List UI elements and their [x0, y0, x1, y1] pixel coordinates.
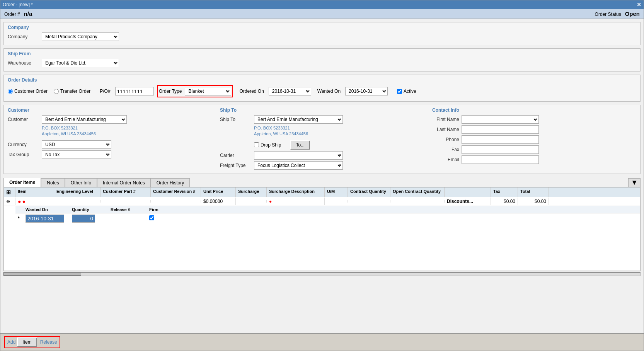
tab-content-area: ⊞ Item Engineering Level Customer Part #…	[3, 187, 641, 271]
first-name-row: First Name	[432, 115, 636, 124]
col-um-header: U/M	[325, 187, 348, 197]
email-label: Email	[432, 157, 459, 162]
sub-row-firm	[147, 214, 170, 223]
customer-section: Customer Customer Bert And Ernie Manufac…	[3, 105, 216, 174]
phone-label: Phone	[432, 137, 459, 142]
sub-col-quantity: Quantity	[70, 206, 108, 213]
po-input[interactable]	[115, 87, 154, 95]
fax-input[interactable]	[462, 145, 539, 154]
sub-quantity-input[interactable]	[72, 215, 95, 223]
wanted-on-select[interactable]: 2016-10-31	[345, 87, 388, 95]
col-open-contract-qty-header: Open Contract Quantity	[390, 187, 445, 197]
ordered-on-select[interactable]: 2016-10-31	[269, 87, 311, 95]
sub-wanted-on-input[interactable]	[26, 215, 64, 223]
transfer-order-radio[interactable]	[54, 89, 59, 94]
row-cust-part-cell	[101, 200, 151, 203]
ship-to-field-row: Ship To Bert And Ernie Manufacturing	[220, 115, 424, 124]
sub-row-release	[108, 217, 147, 220]
order-type-select[interactable]: Blanket	[185, 87, 231, 95]
customer-select[interactable]: Bert And Ernie Manufacturing	[42, 115, 127, 124]
tax-group-select[interactable]: No Tax	[42, 150, 111, 159]
warning-icon: ●	[269, 199, 272, 204]
carrier-select[interactable]	[254, 151, 343, 160]
ship-to-section-title: Ship To	[220, 107, 424, 113]
active-checkbox[interactable]	[397, 89, 402, 94]
drop-ship-row: Drop Ship To...	[220, 140, 424, 150]
warehouse-label: Warehouse	[8, 60, 39, 66]
row-total-cell: $0.00	[518, 198, 549, 205]
currency-select[interactable]: USD	[42, 140, 111, 149]
tax-group-field-row: Tax Group No Tax	[8, 150, 212, 159]
email-row: Email	[432, 155, 636, 164]
drop-ship-checkbox[interactable]	[254, 142, 259, 147]
order-type-select-wrapper: Blanket	[185, 87, 231, 95]
phone-input[interactable]	[462, 135, 539, 144]
col-item-header: Item	[15, 187, 54, 197]
tab-order-history[interactable]: Order History	[151, 178, 190, 187]
transfer-order-radio-label[interactable]: Transfer Order	[54, 89, 90, 94]
col-surcharge-desc-header: Surcharge Description	[267, 187, 325, 197]
col-icon: ⊞	[4, 187, 15, 197]
sub-firm-checkbox[interactable]	[149, 215, 154, 220]
ship-to-select[interactable]: Bert And Ernie Manufacturing	[254, 115, 343, 124]
release-link[interactable]: Release	[40, 339, 57, 345]
col-eng-level-header: Engineering Level	[54, 187, 101, 197]
sub-col-firm: Firm	[147, 206, 170, 213]
phone-row: Phone	[432, 135, 636, 144]
to-button[interactable]: To...	[290, 140, 310, 150]
customer-address-line2: Appleton, WI USA 23434456	[42, 131, 212, 137]
col-unit-price-header: Unit Price	[201, 187, 236, 197]
row-tax-cell: $0.00	[491, 198, 518, 205]
first-name-label: First Name	[432, 117, 459, 122]
window-title: Order - [new] *	[3, 2, 33, 7]
last-name-input[interactable]	[462, 125, 539, 134]
transfer-order-label: Transfer Order	[60, 89, 90, 94]
bottom-action-box: Add Item Release	[4, 336, 60, 348]
ordered-on-label: Ordered On	[239, 89, 264, 94]
company-field-row: Company Metal Products Company	[8, 32, 636, 41]
scrollbar-track[interactable]	[3, 272, 641, 276]
active-checkbox-label[interactable]: Active	[397, 89, 416, 94]
first-name-select[interactable]	[462, 115, 539, 124]
item-button[interactable]: Item	[17, 337, 37, 347]
close-button[interactable]: ✕	[637, 2, 641, 8]
add-button[interactable]: Add	[7, 339, 15, 345]
order-status-area: Order Status Open	[595, 10, 640, 17]
customer-order-radio[interactable]	[8, 89, 13, 94]
row-open-contract-qty-cell	[390, 200, 445, 203]
company-select[interactable]: Metal Products Company	[42, 32, 119, 41]
discounts-cell[interactable]: Discounts...	[445, 198, 491, 205]
po-label: P/O#	[100, 89, 110, 94]
tab-other-info[interactable]: Other Info	[65, 178, 97, 187]
scrollbar-thumb[interactable]	[4, 273, 81, 276]
email-input[interactable]	[462, 155, 539, 164]
tab-spacer	[190, 187, 628, 187]
customer-order-radio-label[interactable]: Customer Order	[8, 89, 48, 94]
drop-ship-label[interactable]: Drop Ship	[254, 142, 281, 148]
error-icon-1: ●	[18, 198, 21, 204]
customer-address: P.O. BOX 5233321 Appleton, WI USA 234344…	[42, 125, 212, 137]
customer-section-title: Customer	[8, 107, 212, 113]
sub-row-quantity	[70, 213, 108, 224]
row-collapse-icon[interactable]: ⊖	[6, 199, 10, 204]
warehouse-select[interactable]: Egar Tool & Die Ltd.	[42, 59, 119, 67]
tab-order-items[interactable]: Order Items	[3, 178, 41, 187]
add-row-icon[interactable]: ⊞	[6, 189, 11, 195]
customer-label: Customer	[8, 117, 39, 122]
freight-type-select[interactable]: Focus Logistics Collect	[254, 161, 343, 170]
col-empty-header	[445, 187, 491, 197]
contact-section-title: Contact Info	[432, 107, 636, 113]
sub-col-release: Release #	[108, 206, 147, 213]
fax-label: Fax	[432, 147, 459, 152]
tab-scroll-right[interactable]: ▼	[628, 178, 641, 187]
fax-row: Fax	[432, 145, 636, 154]
tab-internal-order-notes[interactable]: Internal Order Notes	[97, 178, 151, 187]
wanted-on-wrapper: 2016-10-31	[345, 87, 388, 95]
tab-notes[interactable]: Notes	[41, 178, 65, 187]
main-window: Order - [new] * ✕ Order # n/a Order Stat…	[0, 0, 644, 351]
currency-field-row: Currency USD	[8, 140, 212, 149]
currency-label: Currency	[8, 142, 39, 147]
row-contract-qty-cell	[348, 200, 390, 203]
horizontal-scrollbar[interactable]	[3, 271, 641, 277]
row-um-cell	[325, 200, 348, 203]
